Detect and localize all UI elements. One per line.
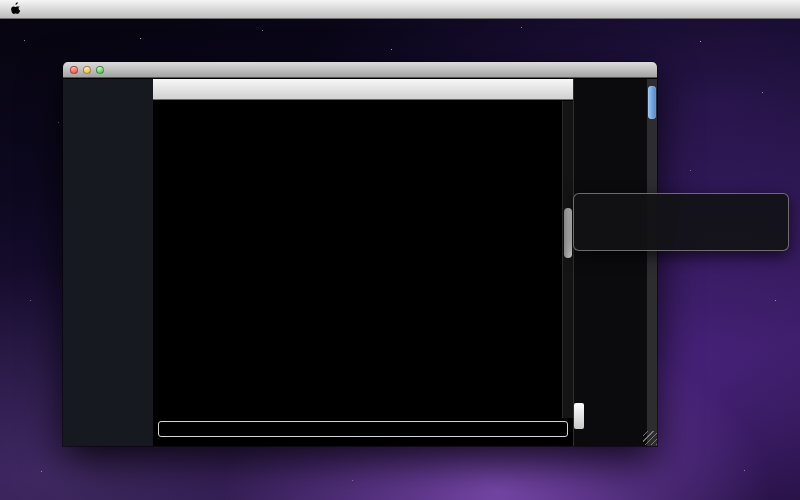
resize-grip-icon[interactable] — [643, 431, 657, 445]
desktop — [0, 0, 800, 500]
userlist-scrollbar[interactable] — [647, 79, 657, 446]
minimize-button[interactable] — [83, 66, 91, 74]
apple-icon — [11, 2, 21, 16]
window-title-bar[interactable] — [63, 62, 657, 78]
message-input[interactable] — [158, 421, 568, 437]
close-button[interactable] — [70, 66, 78, 74]
apple-menu[interactable] — [11, 2, 21, 16]
menu-bar — [0, 0, 800, 19]
main-chat-column — [153, 79, 573, 446]
topic-bar — [153, 79, 573, 100]
input-area — [153, 418, 573, 446]
textual-window — [63, 62, 657, 446]
user-info-tooltip — [573, 193, 789, 251]
chat-area — [153, 100, 573, 418]
chat-scrollbar[interactable] — [562, 101, 573, 418]
userlist-scrollbar-thumb[interactable] — [648, 86, 656, 119]
channel-sidebar — [63, 79, 153, 446]
user-list — [573, 79, 657, 446]
zoom-button[interactable] — [96, 66, 104, 74]
scroll-arrows[interactable] — [574, 403, 584, 429]
chat-scrollbar-thumb[interactable] — [564, 208, 572, 258]
